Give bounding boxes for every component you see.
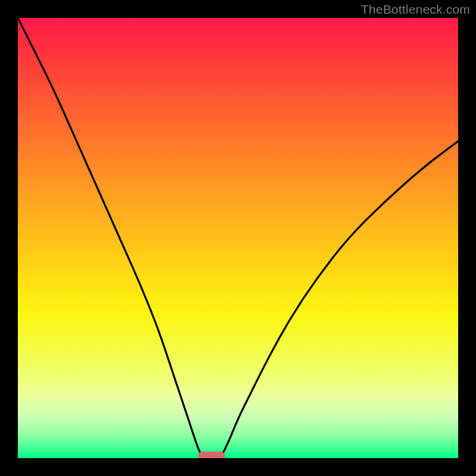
chart-plot-area <box>18 18 458 458</box>
chart-curves-svg <box>18 18 458 458</box>
right-curve <box>220 141 458 458</box>
optimal-zone-marker <box>198 452 224 458</box>
left-curve <box>18 18 203 458</box>
watermark-text: TheBottleneck.com <box>361 2 470 17</box>
